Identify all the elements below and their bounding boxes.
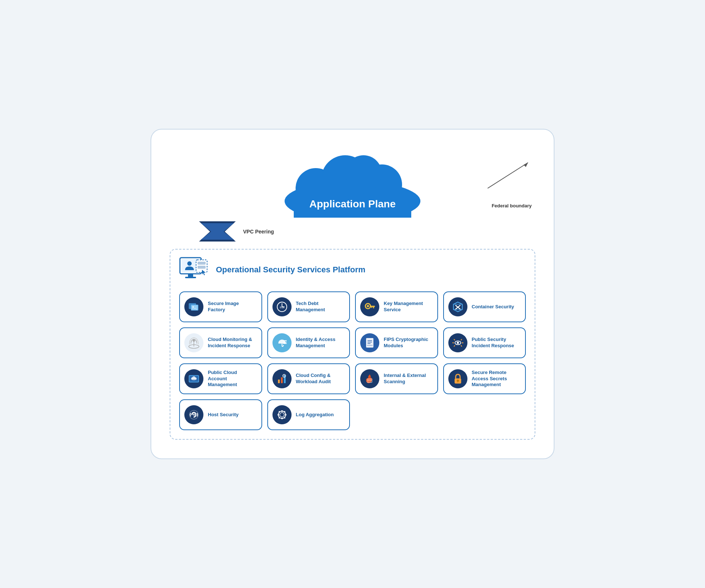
cloud-config-icon — [272, 369, 292, 388]
svg-rect-30 — [370, 306, 375, 307]
cloud-monitoring-icon — [184, 333, 203, 352]
host-security-label: Host Security — [208, 412, 239, 418]
vpc-label: VPC Peering — [243, 229, 274, 235]
svg-point-75 — [283, 375, 285, 377]
service-card-cloud-config-workload-audit: Cloud Config & Workload Audit — [267, 363, 350, 394]
svg-rect-89 — [278, 414, 279, 415]
public-security-icon — [448, 333, 467, 352]
osp-section: Operational Security Services Platform S… — [170, 249, 535, 440]
service-card-public-security-incident-response: Public Security Incident Response — [443, 327, 526, 358]
public-security-incident-response-label: Public Security Incident Response — [472, 337, 521, 349]
svg-marker-54 — [462, 342, 463, 344]
svg-rect-13 — [188, 274, 193, 277]
service-card-fips-cryptographic-modules: FIPS Cryptographic Modules — [355, 327, 438, 358]
svg-text:010: 010 — [280, 306, 285, 309]
svg-line-0 — [488, 163, 528, 188]
services-grid-row3: Public Cloud Account Management Cloud C — [179, 363, 526, 394]
secure-image-factory-icon — [184, 297, 203, 316]
main-container: Federal boundary — [151, 129, 554, 459]
service-card-key-management-service: Key Management Service — [355, 291, 438, 322]
svg-rect-48 — [367, 345, 373, 346]
svg-rect-18 — [198, 266, 206, 269]
service-card-host-security: Host Security — [179, 399, 262, 430]
svg-rect-72 — [281, 377, 283, 383]
svg-text:Application Plane: Application Plane — [310, 198, 396, 210]
federal-boundary: Federal boundary — [484, 159, 532, 208]
svg-rect-22 — [192, 305, 198, 310]
svg-rect-31 — [373, 307, 374, 308]
service-card-cloud-monitoring: Cloud Monitoring & Incident Response — [179, 327, 262, 358]
svg-point-86 — [280, 413, 284, 417]
svg-rect-69 — [193, 382, 195, 384]
service-card-internal-external-scanning: Internal & External Scanning — [355, 363, 438, 394]
secure-image-factory-label: Secure Image Factory — [208, 301, 257, 313]
svg-rect-87 — [281, 410, 283, 412]
key-management-service-label: Key Management Service — [384, 301, 433, 313]
service-card-secure-image-factory: Secure Image Factory — [179, 291, 262, 322]
svg-point-39 — [193, 340, 195, 342]
container-security-label: Container Security — [472, 304, 514, 310]
identity-access-icon — [272, 333, 292, 352]
host-security-icon — [184, 405, 203, 424]
svg-point-84 — [193, 414, 195, 415]
service-card-tech-debt-management: 010 Tech Debt Management — [267, 291, 350, 322]
scanning-icon — [360, 369, 379, 388]
tech-debt-management-label: Tech Debt Management — [296, 301, 345, 313]
svg-rect-17 — [198, 262, 206, 265]
services-grid-row4: Host Security — [179, 399, 526, 430]
svg-rect-82 — [458, 381, 458, 382]
public-cloud-account-management-label: Public Cloud Account Management — [208, 370, 257, 388]
svg-point-29 — [367, 305, 369, 307]
log-aggregation-icon — [272, 405, 292, 424]
fips-cryptographic-modules-label: FIPS Cryptographic Modules — [384, 337, 433, 349]
service-card-public-cloud-account-management: Public Cloud Account Management — [179, 363, 262, 394]
svg-rect-71 — [278, 380, 280, 383]
svg-rect-32 — [371, 307, 372, 308]
fips-icon — [360, 333, 379, 352]
key-management-icon — [360, 297, 379, 316]
services-grid-row1: Secure Image Factory 010 Tech Debt Manag… — [179, 291, 526, 322]
osp-title: Operational Security Services Platform — [216, 265, 365, 275]
public-cloud-account-icon — [184, 369, 203, 388]
svg-marker-52 — [452, 342, 453, 344]
service-card-log-aggregation: Log Aggregation — [267, 399, 350, 430]
container-security-icon — [448, 297, 467, 316]
svg-rect-88 — [281, 418, 283, 419]
svg-marker-10 — [201, 223, 234, 240]
svg-point-68 — [194, 377, 196, 380]
cloud-section: Application Plane — [170, 144, 535, 218]
log-aggregation-label: Log Aggregation — [296, 412, 334, 418]
federal-boundary-label: Federal boundary — [492, 203, 532, 208]
service-card-container-security: Container Security — [443, 291, 526, 322]
identity-access-management-label: Identity & Access Management — [296, 337, 345, 349]
cloud-config-workload-audit-label: Cloud Config & Workload Audit — [296, 373, 345, 385]
svg-point-15 — [187, 261, 192, 266]
svg-marker-1 — [524, 163, 528, 167]
internal-external-scanning-label: Internal & External Scanning — [384, 373, 433, 385]
svg-rect-90 — [285, 414, 286, 415]
vpc-peering-section: VPC Peering — [199, 221, 535, 242]
secure-remote-access-secrets-management-label: Secure Remote Access Secrets Management — [472, 370, 521, 388]
osp-icon — [179, 257, 209, 283]
svg-point-50 — [457, 342, 459, 344]
svg-point-6 — [345, 155, 382, 192]
cloud-svg: Application Plane — [275, 144, 430, 218]
service-card-secure-remote-access-secrets-management: Secure Remote Access Secrets Management — [443, 363, 526, 394]
svg-rect-44 — [366, 338, 373, 348]
federal-boundary-arrow — [484, 159, 532, 192]
secure-remote-access-icon — [448, 369, 467, 388]
services-grid-row2: Cloud Monitoring & Incident Response — [179, 327, 526, 358]
service-card-identity-access-management: Identity & Access Management — [267, 327, 350, 358]
cloud-monitoring-label: Cloud Monitoring & Incident Response — [208, 337, 257, 349]
tech-debt-icon: 010 — [272, 297, 292, 316]
svg-rect-14 — [185, 277, 196, 278]
osp-header: Operational Security Services Platform — [179, 257, 526, 283]
vpc-chevron-icon — [199, 221, 236, 242]
cloud-shape: Application Plane — [275, 144, 430, 218]
svg-rect-70 — [192, 384, 196, 384]
